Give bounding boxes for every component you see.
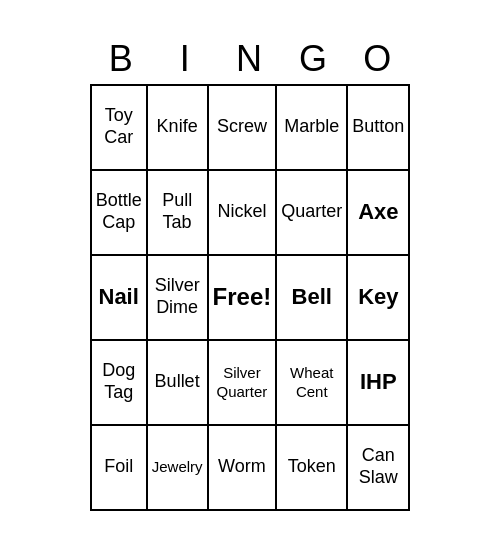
cell-r3-c1: Bullet [147,340,208,425]
cell-text-r2-c3: Bell [292,284,332,309]
cell-text-r0-c1: Knife [157,116,198,136]
cell-text-r2-c1: SilverDime [155,275,200,317]
cell-text-r3-c2: SilverQuarter [216,364,267,400]
cell-r3-c4: IHP [347,340,409,425]
cell-text-r2-c2: Free! [213,283,272,310]
cell-r2-c0: Nail [91,255,147,340]
cell-r1-c2: Nickel [208,170,277,255]
cell-text-r4-c1: Jewelry [152,458,203,475]
bingo-header: B I N G O [90,34,411,84]
cell-text-r1-c3: Quarter [281,201,342,221]
cell-text-r3-c1: Bullet [155,371,200,391]
cell-r0-c3: Marble [276,85,347,170]
cell-r3-c0: DogTag [91,340,147,425]
cell-text-r4-c4: CanSlaw [359,445,398,487]
cell-r4-c3: Token [276,425,347,510]
header-g: G [282,34,346,84]
cell-r2-c3: Bell [276,255,347,340]
cell-r2-c2: Free! [208,255,277,340]
header-o: O [346,34,410,84]
cell-r4-c2: Worm [208,425,277,510]
cell-r1-c1: PullTab [147,170,208,255]
cell-text-r3-c0: DogTag [102,360,135,402]
cell-text-r4-c0: Foil [104,456,133,476]
cell-text-r0-c2: Screw [217,116,267,136]
cell-text-r2-c0: Nail [99,284,139,309]
bingo-grid: ToyCarKnifeScrewMarbleButtonBottleCapPul… [90,84,411,511]
cell-text-r0-c0: ToyCar [104,105,133,147]
cell-r0-c4: Button [347,85,409,170]
cell-r2-c4: Key [347,255,409,340]
cell-r0-c0: ToyCar [91,85,147,170]
header-n: N [218,34,282,84]
header-i: I [154,34,218,84]
cell-r3-c3: WheatCent [276,340,347,425]
header-b: B [90,34,154,84]
cell-text-r1-c2: Nickel [217,201,266,221]
cell-text-r1-c1: PullTab [162,190,192,232]
cell-text-r3-c4: IHP [360,369,397,394]
cell-text-r3-c3: WheatCent [290,364,333,400]
cell-text-r1-c0: BottleCap [96,190,142,232]
cell-r1-c3: Quarter [276,170,347,255]
cell-r0-c1: Knife [147,85,208,170]
cell-text-r0-c4: Button [352,116,404,136]
cell-r4-c1: Jewelry [147,425,208,510]
cell-text-r0-c3: Marble [284,116,339,136]
cell-text-r2-c4: Key [358,284,398,309]
cell-text-r1-c4: Axe [358,199,398,224]
cell-r4-c0: Foil [91,425,147,510]
cell-r2-c1: SilverDime [147,255,208,340]
cell-r1-c0: BottleCap [91,170,147,255]
cell-r4-c4: CanSlaw [347,425,409,510]
cell-text-r4-c2: Worm [218,456,266,476]
cell-r0-c2: Screw [208,85,277,170]
cell-r1-c4: Axe [347,170,409,255]
cell-text-r4-c3: Token [288,456,336,476]
cell-r3-c2: SilverQuarter [208,340,277,425]
